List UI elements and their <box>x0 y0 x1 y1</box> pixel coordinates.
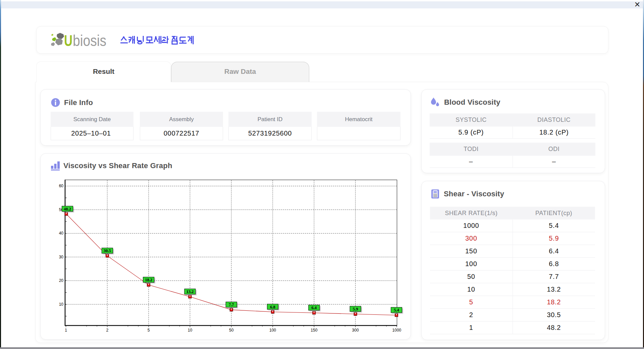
svg-text:2: 2 <box>106 328 108 333</box>
svg-text:1000: 1000 <box>392 328 401 333</box>
svg-text:1: 1 <box>65 328 67 333</box>
svg-text:30.5: 30.5 <box>104 248 111 253</box>
svg-text:20: 20 <box>59 278 64 283</box>
svg-text:100: 100 <box>269 328 276 333</box>
svg-text:300: 300 <box>352 328 359 333</box>
svg-text:50: 50 <box>229 328 234 333</box>
svg-text:6.4: 6.4 <box>311 305 317 310</box>
svg-text:5.4: 5.4 <box>394 308 399 312</box>
svg-text:7.7: 7.7 <box>229 302 234 307</box>
svg-text:40: 40 <box>59 231 64 236</box>
svg-text:18.2: 18.2 <box>145 278 152 282</box>
svg-text:6.8: 6.8 <box>270 305 275 309</box>
svg-text:60: 60 <box>59 184 64 188</box>
svg-text:150: 150 <box>311 328 317 333</box>
svg-text:10: 10 <box>59 302 64 307</box>
svg-text:5.9: 5.9 <box>353 307 358 311</box>
svg-text:48.2: 48.2 <box>64 207 71 211</box>
svg-text:5: 5 <box>148 328 150 333</box>
svg-text:10: 10 <box>188 328 193 333</box>
svg-text:30: 30 <box>59 255 64 259</box>
svg-text:13.2: 13.2 <box>186 289 194 294</box>
